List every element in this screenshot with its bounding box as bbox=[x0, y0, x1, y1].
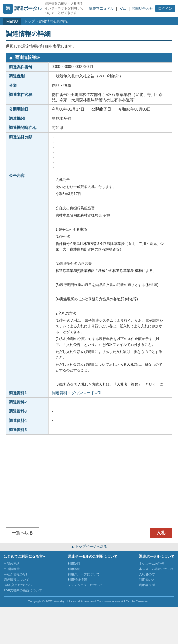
footer-top: はじめてご利用になる方へ 当所の連絡 生活情報環 手続き情報のそ行 調達情報につ… bbox=[4, 554, 174, 597]
section-title: 調達情報詳細 bbox=[15, 55, 40, 61]
footer-link-3-4[interactable]: 利用者支援 bbox=[139, 583, 174, 587]
footer-link-1-3[interactable]: 調達情報について bbox=[4, 578, 46, 582]
main-content: 調達情報の詳細 選択した調達情報の詳細を表示します。 調達情報詳細 調達案件番号… bbox=[0, 25, 178, 523]
header-tagline: 調達情報の確認・入札者をインターネットを利用してつなぐことができます。 bbox=[45, 1, 86, 15]
row-value-6: 高知県 bbox=[49, 123, 172, 133]
category-value: ． ． ． ． ． ． ． bbox=[49, 133, 172, 171]
footer-col-title-2: 調達ポータルのご利用について bbox=[68, 554, 117, 560]
doc-link-1[interactable]: 調達資料１ダウンロードURL bbox=[52, 391, 103, 395]
nav-sep2: | bbox=[129, 6, 130, 11]
nav-sep1: | bbox=[116, 6, 117, 11]
category-label: 調達品目分類 bbox=[6, 133, 49, 171]
doc-row-3: 調達資料3 - bbox=[6, 407, 172, 416]
breadcrumb-sep: › bbox=[36, 20, 37, 23]
doc-value-3: - bbox=[49, 407, 172, 416]
logo-text: 調達ポータル bbox=[14, 5, 42, 12]
contact-link[interactable]: お問い合わせ bbox=[132, 6, 153, 11]
faq-link[interactable]: FAQ bbox=[119, 6, 126, 10]
footer-link-3-1[interactable]: 本システム最新について bbox=[139, 567, 174, 571]
table-row: 調達案件番号 0000000000000279034 bbox=[6, 63, 172, 72]
doc-row-4: 調達資料4 - bbox=[6, 416, 172, 425]
row-label-0: 調達案件番号 bbox=[6, 63, 49, 72]
footer-col-title-1: はじめてご利用になる方へ bbox=[4, 554, 46, 560]
footer-col-2: 調達ポータルのご利用について 利用制限 利用規約 利用グループについて 利用登録… bbox=[68, 554, 117, 594]
footer-col-3: 調達ポータルについて 本システム的利便 本システム最新について 入礼者の方 利用… bbox=[139, 554, 174, 594]
footer-link-2-1[interactable]: 利用規約 bbox=[68, 567, 117, 571]
row-value-3: 物件番号2 美馬川林道左部外ら5路線除草業務（旨北、寺川・斎兄、今家・大川森林農… bbox=[49, 90, 172, 105]
back-button[interactable]: 一覧へ戻る bbox=[6, 527, 39, 538]
doc-value-1: 調達資料１ダウンロードURL bbox=[49, 388, 172, 398]
table-row: 分類 物品・役務 bbox=[6, 81, 172, 90]
row-value-2: 物品・役務 bbox=[49, 81, 172, 90]
table-row: 調達機関所在地 高知県 bbox=[6, 123, 172, 133]
public-content-text[interactable]: 入札公告次のとおり一般競争入札に付します。令和3年3月17日 分任支出負担行為担… bbox=[52, 173, 169, 386]
row-label-4: 公開開始日 bbox=[6, 105, 49, 114]
footer-link-1-4[interactable]: Slack入力について? bbox=[4, 583, 46, 587]
menu-button[interactable]: MENU bbox=[3, 18, 21, 25]
row-value-1: 一般競争入札の入札公告（WTO対象外） bbox=[49, 72, 172, 81]
table-row: 調達案件名称 物件番号2 美馬川林道左部外ら5路線除草業務（旨北、寺川・斎兄、今… bbox=[6, 90, 172, 105]
doc-value-4: - bbox=[49, 416, 172, 425]
nav-bar: MENU トップ › 調達情報公開情報 bbox=[0, 17, 178, 25]
header-nav: 操作マニュアル | FAQ | お問い合わせ ログイン bbox=[89, 5, 175, 12]
table-row: 調達種別 一般競争入札の入札公告（WTO対象外） bbox=[6, 72, 172, 81]
row-label-1: 調達種別 bbox=[6, 72, 49, 81]
doc-label-3: 調達資料3 bbox=[6, 407, 49, 416]
footer-col-1: はじめてご利用になる方へ 当所の連絡 生活情報環 手続き情報のそ行 調達情報につ… bbox=[4, 554, 46, 594]
section-header: 調達情報詳細 bbox=[6, 53, 172, 62]
login-button[interactable]: ログイン bbox=[155, 5, 175, 12]
procurement-category-row: 調達品目分類 ． ． ． ． ． ． ． bbox=[6, 133, 172, 171]
footer-link-2-2[interactable]: 利用グループについて bbox=[68, 572, 117, 577]
page-desc: 選択した調達情報の詳細を表示します。 bbox=[6, 44, 172, 49]
doc-label-4: 調達資料4 bbox=[6, 416, 49, 425]
footer-link-1-0[interactable]: 当所の連絡 bbox=[4, 562, 46, 566]
header: 調 調達ポータル 調達情報の確認・入札者をインターネットを利用してつなぐことがで… bbox=[0, 0, 178, 17]
footer-copyright: Copyright © 2022 Ministry of Internal Af… bbox=[4, 600, 174, 603]
goto-top[interactable]: ▲ トップページへ戻る bbox=[0, 543, 178, 551]
row-label-2: 分類 bbox=[6, 81, 49, 90]
doc-label-1: 調達資料1 bbox=[6, 388, 49, 398]
footer-link-1-1[interactable]: 生活情報環 bbox=[4, 567, 46, 571]
doc-row-5: 調達資料5 - bbox=[6, 425, 172, 435]
row-label-3: 調達案件名称 bbox=[6, 90, 49, 105]
footer-link-2-0[interactable]: 利用制限 bbox=[68, 562, 117, 566]
breadcrumb-current: 調達情報公開情報 bbox=[39, 19, 68, 24]
doc-row-2: 調達資料2 - bbox=[6, 398, 172, 407]
bid-button[interactable]: 入札 bbox=[150, 528, 172, 538]
footer-link-3-2[interactable]: 入礼者の方 bbox=[139, 572, 174, 577]
public-content-value: 入札公告次のとおり一般競争入札に付します。令和3年3月17日 分任支出負担行為担… bbox=[49, 171, 172, 388]
doc-value-5: - bbox=[49, 425, 172, 435]
footer-col-title-3: 調達ポータルについて bbox=[139, 554, 174, 560]
row-value-5: 農林水産省 bbox=[49, 114, 172, 123]
public-content-label: 公告内容 bbox=[6, 171, 49, 388]
date-label2: 公開終了日 bbox=[91, 107, 111, 112]
bottom-buttons: 一覧へ戻る 入札 bbox=[0, 523, 178, 543]
doc-value-2: - bbox=[49, 398, 172, 407]
row-value-4: 今和03年06月17日 公開終了日 今和03年06月03日 bbox=[49, 105, 172, 114]
footer-link-3-0[interactable]: 本システム的利便 bbox=[139, 562, 174, 566]
table-row: 調達機関 農林水産省 bbox=[6, 114, 172, 123]
page-title: 調達情報の詳細 bbox=[6, 29, 172, 41]
footer-link-2-4[interactable]: システムニューについて bbox=[68, 583, 117, 587]
doc-label-5: 調達資料5 bbox=[6, 425, 49, 435]
footer-link-1-2[interactable]: 手続き情報のそ行 bbox=[4, 572, 46, 577]
public-content-row: 公告内容 入札公告次のとおり一般競争入札に付します。令和3年3月17日 分任支出… bbox=[6, 171, 172, 388]
breadcrumb: トップ › 調達情報公開情報 bbox=[24, 19, 67, 24]
logo-area: 調 調達ポータル bbox=[3, 4, 42, 14]
breadcrumb-top[interactable]: トップ bbox=[24, 19, 35, 24]
row-label-6: 調達機関所在地 bbox=[6, 123, 49, 133]
info-table: 調達案件番号 0000000000000279034 調達種別 一般競争入札の入… bbox=[6, 62, 172, 435]
footer: はじめてご利用になる方へ 当所の連絡 生活情報環 手続き情報のそ行 調達情報につ… bbox=[0, 551, 178, 607]
manual-link[interactable]: 操作マニュアル bbox=[89, 6, 114, 11]
doc-row-1: 調達資料1 調達資料１ダウンロードURL bbox=[6, 388, 172, 398]
table-row: 公開開始日 今和03年06月17日 公開終了日 今和03年06月03日 bbox=[6, 105, 172, 114]
doc-label-2: 調達資料2 bbox=[6, 398, 49, 407]
row-value-0: 0000000000000279034 bbox=[49, 63, 172, 72]
footer-link-3-3[interactable]: 利用者の方 bbox=[139, 578, 174, 582]
row-label-5: 調達機関 bbox=[6, 114, 49, 123]
logo-icon: 調 bbox=[3, 4, 13, 14]
footer-link-1-5[interactable]: PDF文書内の画面について bbox=[4, 588, 46, 593]
footer-link-2-3[interactable]: 利用登録情報 bbox=[68, 578, 117, 582]
